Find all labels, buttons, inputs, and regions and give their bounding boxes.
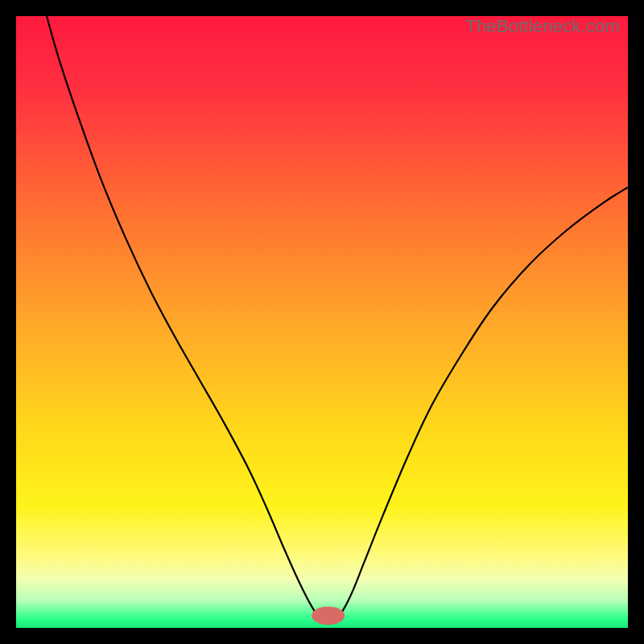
- chart-frame: TheBottleneck.com: [16, 16, 628, 628]
- watermark-text: TheBottleneck.com: [465, 16, 620, 37]
- chart-svg: [16, 16, 628, 628]
- optimum-marker: [312, 606, 345, 625]
- chart-background: [16, 16, 628, 628]
